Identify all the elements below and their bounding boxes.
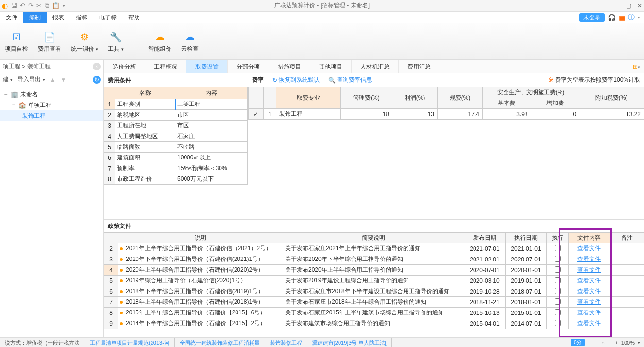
more-icon[interactable]: ▾ <box>63 3 65 8</box>
cond-value[interactable]: 15%≤预制率＜30% <box>175 163 248 174</box>
cond-name[interactable]: 人工费调整地区 <box>115 131 175 142</box>
maximize-icon[interactable]: ▢ <box>626 2 631 9</box>
ribbon-self-check[interactable]: ☑项目自检 <box>0 23 33 59</box>
view-file-link[interactable]: 查看文件 <box>569 318 610 329</box>
rate-title: 费率 <box>252 76 264 84</box>
tab-fee-settings[interactable]: 取费设置 <box>186 60 228 73</box>
menu-index[interactable]: 指标 <box>70 12 93 23</box>
view-file-link[interactable]: 查看文件 <box>569 276 610 286</box>
zoom-out-icon[interactable]: − <box>588 340 591 346</box>
policy-exec-check[interactable] <box>547 318 569 329</box>
cond-name[interactable]: 市政工程造价 <box>115 174 175 185</box>
tab-subdivision[interactable]: 分部分项 <box>228 60 269 73</box>
cond-name[interactable]: 预制率 <box>115 163 175 174</box>
menu-report[interactable]: 报表 <box>47 12 70 23</box>
content-tabs: 造价分析 工程概况 取费设置 分部分项 措施项目 其他项目 人材机汇总 费用汇总… <box>104 60 644 73</box>
close-icon[interactable]: ✕ <box>637 2 642 9</box>
ribbon-fee-view[interactable]: 📄费用查看 <box>33 23 66 59</box>
rate-table[interactable]: 取费专业 管理费(%) 利润(%) 规费(%) 安全生产、文明施工费(%) 附加… <box>248 87 644 120</box>
cond-name[interactable]: 建筑面积 <box>115 153 175 163</box>
cut-icon[interactable]: ✂ <box>36 2 42 9</box>
view-file-link[interactable]: 查看文件 <box>569 308 610 318</box>
undo-icon[interactable]: ↶ <box>20 2 25 9</box>
cond-value[interactable]: 三类工程 <box>175 99 248 110</box>
cond-table[interactable]: 名称内容 1工程类别三类工程2纳税地区市区3工程所在地市区4人工费调整地区石家庄… <box>104 87 248 185</box>
up-icon[interactable]: ▲ <box>50 76 56 83</box>
query-rate-button[interactable]: 🔍查询费率信息 <box>328 76 372 84</box>
cond-value[interactable]: 5000万元以下 <box>175 174 248 185</box>
tab-measures[interactable]: 措施项目 <box>269 60 310 73</box>
policy-desc[interactable]: 2018年下半年综合用工指导价（石建价信(2019)1号） <box>118 286 283 297</box>
tab-fee-summary[interactable]: 费用汇总 <box>399 60 440 73</box>
cond-value[interactable]: 10000㎡以上 <box>175 153 248 163</box>
tab-materials[interactable]: 人材机汇总 <box>352 60 399 73</box>
policy-desc[interactable]: 2015年上半年综合用工指导价（石建价【2015】6号） <box>118 308 283 318</box>
tree-sub-project[interactable]: −🏠单项工程 <box>0 100 103 110</box>
policy-exec-check[interactable] <box>547 286 569 297</box>
zoom-in-icon[interactable]: + <box>615 340 618 346</box>
login-button[interactable]: 未登录 <box>579 13 605 22</box>
tree-decoration[interactable]: 装饰工程 <box>0 110 103 121</box>
policy-exec-check[interactable] <box>547 297 569 308</box>
tab-project-overview[interactable]: 工程概况 <box>145 60 186 73</box>
headset-icon[interactable]: 🎧 <box>608 14 616 21</box>
ribbon-cloud-check[interactable]: ☁云检查 <box>176 23 203 59</box>
menu-ebid[interactable]: 电子标 <box>93 12 122 23</box>
cond-name[interactable]: 临路面数 <box>115 142 175 153</box>
cond-name[interactable]: 工程类别 <box>115 99 175 110</box>
tree-root[interactable]: −🏢未命名 <box>0 89 103 100</box>
paste-icon[interactable]: 📋 <box>52 2 60 9</box>
refresh-icon[interactable]: ↻ <box>93 76 101 84</box>
tab-cost-analysis[interactable]: 造价分析 <box>104 60 145 73</box>
policy-desc[interactable]: 2019年综合用工指导价（石建价信(2020)1号） <box>118 276 283 286</box>
tab-other[interactable]: 其他项目 <box>310 60 352 73</box>
minimize-icon[interactable]: — <box>614 2 620 9</box>
view-file-link[interactable]: 查看文件 <box>569 297 610 308</box>
policy-exec-check[interactable] <box>547 243 569 254</box>
copy-icon[interactable]: ⧉ <box>45 2 49 10</box>
redo-icon[interactable]: ↷ <box>28 2 34 9</box>
info-icon[interactable]: ⓘ <box>628 13 635 22</box>
view-file-link[interactable]: 查看文件 <box>569 265 610 276</box>
policy-desc[interactable]: 2014年下半年综合用工指导价（石建价【2015】2号） <box>118 318 283 329</box>
policy-brief: 关于发布石家庄市2018年上半年综合用工指导价的通知 <box>283 297 464 308</box>
view-file-link[interactable]: 查看文件 <box>569 243 610 254</box>
policy-exec-check[interactable] <box>547 276 569 286</box>
policy-exec-check[interactable] <box>547 265 569 276</box>
menu-bar: 文件 编制 报表 指标 电子标 帮助 未登录 🎧 ▦ ⓘ ▾ <box>0 12 644 23</box>
policy-exec-date: 2015-01-01 <box>506 308 547 318</box>
cond-value[interactable]: 市区 <box>175 110 248 121</box>
cond-value[interactable]: 石家庄 <box>175 131 248 142</box>
ribbon-adjust-price[interactable]: ⚙统一调价 ▾ <box>66 23 103 59</box>
cond-value[interactable]: 不临路 <box>175 142 248 153</box>
new-button[interactable]: 建 ▾ <box>3 75 13 84</box>
policy-exec-check[interactable] <box>547 254 569 265</box>
import-export-button[interactable]: 导入导出 ▾ <box>17 75 45 84</box>
collapse-icon[interactable]: ‹ <box>93 63 101 70</box>
save-icon[interactable]: 🖫 <box>11 2 17 9</box>
ribbon-tools[interactable]: 🔧工具 ▾ <box>103 23 128 59</box>
view-file-link[interactable]: 查看文件 <box>569 254 610 265</box>
view-file-link[interactable]: 查看文件 <box>569 286 610 297</box>
rate-row-check[interactable]: ✓ <box>249 109 264 120</box>
restore-default-button[interactable]: ↻恢复到系统默认 <box>272 76 320 84</box>
down-icon[interactable]: ▼ <box>61 76 67 83</box>
policy-exec-check[interactable] <box>547 308 569 318</box>
ribbon-smart-price[interactable]: ☁智能组价 <box>143 23 176 59</box>
score-badge[interactable]: 0分 <box>571 339 585 346</box>
policy-exec-date: 2014-07-01 <box>506 318 547 329</box>
menu-file[interactable]: 文件 <box>0 12 23 23</box>
cond-value[interactable]: 市区 <box>175 121 248 131</box>
policy-desc[interactable]: 2020年下半年综合用工指导价（石建价信(2021)1号） <box>118 254 283 265</box>
menu-help[interactable]: 帮助 <box>122 12 146 23</box>
dropdown-icon[interactable]: ▾ <box>638 15 640 20</box>
policy-table[interactable]: 说明 简要说明 发布日期 执行日期 执行 文件内容 备注 2 2021年上半年综… <box>104 232 644 329</box>
settings-icon[interactable]: ⊞▾ <box>629 60 644 73</box>
cond-name[interactable]: 工程所在地 <box>115 121 175 131</box>
apps-icon[interactable]: ▦ <box>619 14 625 21</box>
policy-desc[interactable]: 2018年上半年综合用工指导价（石建价信(2018)1号） <box>118 297 283 308</box>
policy-desc[interactable]: 2020年上半年综合用工指导价（石建价信(2020)2号） <box>118 265 283 276</box>
cond-name[interactable]: 纳税地区 <box>115 110 175 121</box>
policy-desc[interactable]: 2021年上半年综合用工指导价（石建价信（2021）2号） <box>118 243 283 254</box>
menu-compile[interactable]: 编制 <box>23 12 47 23</box>
